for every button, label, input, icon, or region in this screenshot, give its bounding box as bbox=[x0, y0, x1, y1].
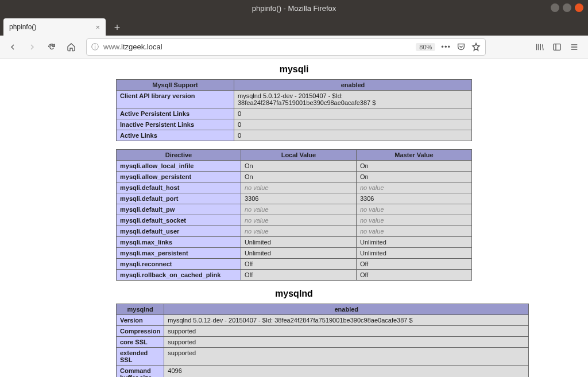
directive-value: supported bbox=[164, 337, 529, 348]
window-controls bbox=[551, 3, 583, 12]
pocket-icon[interactable] bbox=[457, 42, 466, 52]
directive-value: 0 bbox=[234, 130, 472, 141]
url-text: www.itzgeek.local bbox=[103, 42, 416, 51]
table-row: mysqli.default_hostno valueno value bbox=[117, 182, 472, 193]
directive-name: mysqli.default_host bbox=[117, 182, 241, 193]
directive-name: mysqli.default_user bbox=[117, 226, 241, 237]
mysqli-support-table: MysqlI Support enabled Client API librar… bbox=[116, 79, 472, 141]
master-value: On bbox=[356, 172, 471, 182]
table-row: Active Links0 bbox=[117, 130, 472, 141]
directive-name: mysqli.allow_persistent bbox=[117, 172, 241, 182]
directive-value: supported bbox=[164, 348, 529, 366]
directive-name: Inactive Persistent Links bbox=[117, 119, 234, 130]
table-row: Client API library versionmysqlnd 5.0.12… bbox=[117, 91, 472, 108]
table-row: Active Persistent Links0 bbox=[117, 108, 472, 119]
table-row: mysqli.default_userno valueno value bbox=[117, 226, 472, 237]
window-maximize-button[interactable] bbox=[563, 3, 571, 12]
urlbar-actions: ••• bbox=[441, 42, 481, 52]
directive-value: 0 bbox=[234, 108, 472, 119]
sidebar-icon[interactable] bbox=[552, 42, 562, 52]
directive-name: mysqli.default_pw bbox=[117, 204, 241, 215]
table-header: Local Value bbox=[241, 150, 356, 161]
page-actions-icon[interactable]: ••• bbox=[441, 42, 451, 51]
navigation-toolbar: ⓘ www.itzgeek.local 80% ••• bbox=[0, 36, 588, 59]
directive-value: 4096 bbox=[164, 366, 529, 378]
local-value: Off bbox=[241, 259, 356, 270]
directive-name: Command buffer size bbox=[117, 366, 164, 378]
bookmark-star-icon[interactable] bbox=[471, 42, 481, 52]
master-value: Unlimited bbox=[356, 237, 471, 248]
table-header: Master Value bbox=[356, 150, 471, 161]
directive-name: Active Links bbox=[117, 130, 234, 141]
svg-rect-0 bbox=[554, 44, 560, 50]
table-row: Compressionsupported bbox=[117, 326, 529, 337]
directive-name: mysqli.max_links bbox=[117, 237, 241, 248]
directive-value: mysqlnd 5.0.12-dev - 20150407 - $Id: 38f… bbox=[164, 315, 529, 326]
page-content[interactable]: mysqli MysqlI Support enabled Client API… bbox=[0, 59, 588, 377]
browser-tab[interactable]: phpinfo() × bbox=[3, 18, 106, 36]
table-header: MysqlI Support bbox=[117, 80, 234, 91]
table-row: Command buffer size4096 bbox=[117, 366, 529, 378]
mysqlnd-table: mysqlnd enabled Versionmysqlnd 5.0.12-de… bbox=[116, 304, 529, 377]
window-titlebar: phpinfo() - Mozilla Firefox bbox=[0, 0, 588, 16]
toolbar-right-icons bbox=[535, 42, 579, 52]
table-row: mysqli.allow_local_infileOnOn bbox=[117, 161, 472, 172]
new-tab-button[interactable]: + bbox=[109, 20, 125, 36]
master-value: no value bbox=[356, 204, 471, 215]
master-value: Off bbox=[356, 259, 471, 270]
local-value: Off bbox=[241, 270, 356, 281]
site-info-icon[interactable]: ⓘ bbox=[91, 42, 99, 52]
table-header: enabled bbox=[164, 304, 529, 315]
arrow-left-icon bbox=[8, 42, 17, 52]
local-value: 3306 bbox=[241, 193, 356, 204]
local-value: no value bbox=[241, 182, 356, 193]
table-row: mysqli.default_port33063306 bbox=[117, 193, 472, 204]
phpinfo-page: mysqli MysqlI Support enabled Client API… bbox=[116, 64, 472, 377]
local-value: Unlimited bbox=[241, 248, 356, 259]
table-header: enabled bbox=[234, 80, 472, 91]
local-value: On bbox=[241, 161, 356, 172]
section-title-mysqli: mysqli bbox=[116, 64, 472, 75]
table-row: mysqli.allow_persistentOnOn bbox=[117, 172, 472, 182]
directive-name: Client API library version bbox=[117, 91, 234, 108]
window-close-button[interactable] bbox=[575, 3, 583, 12]
directive-name: Compression bbox=[117, 326, 164, 337]
library-icon[interactable] bbox=[535, 42, 544, 52]
local-value: no value bbox=[241, 215, 356, 226]
section-title-mysqlnd: mysqlnd bbox=[116, 289, 472, 299]
window-title: phpinfo() - Mozilla Firefox bbox=[252, 4, 336, 13]
mysqli-directives-table: Directive Local Value Master Value mysql… bbox=[116, 149, 472, 281]
directive-name: Active Persistent Links bbox=[117, 108, 234, 119]
local-value: Unlimited bbox=[241, 237, 356, 248]
master-value: On bbox=[356, 161, 471, 172]
home-button[interactable] bbox=[63, 39, 79, 55]
master-value: no value bbox=[356, 226, 471, 237]
directive-name: mysqli.reconnect bbox=[117, 259, 241, 270]
address-bar[interactable]: ⓘ www.itzgeek.local 80% ••• bbox=[86, 38, 486, 56]
local-value: no value bbox=[241, 226, 356, 237]
table-row: extended SSLsupported bbox=[117, 348, 529, 366]
hamburger-menu-icon[interactable] bbox=[570, 42, 579, 52]
table-row: core SSLsupported bbox=[117, 337, 529, 348]
reload-icon bbox=[47, 42, 56, 52]
window-minimize-button[interactable] bbox=[551, 3, 559, 12]
firefox-window: phpinfo() - Mozilla Firefox phpinfo() × … bbox=[0, 0, 588, 377]
arrow-right-icon bbox=[28, 42, 37, 52]
reload-button[interactable] bbox=[44, 39, 60, 55]
table-row: Inactive Persistent Links0 bbox=[117, 119, 472, 130]
directive-name: mysqli.max_persistent bbox=[117, 248, 241, 259]
directive-name: core SSL bbox=[117, 337, 164, 348]
tab-label: phpinfo() bbox=[9, 23, 36, 31]
directive-name: mysqli.default_port bbox=[117, 193, 241, 204]
master-value: Unlimited bbox=[356, 248, 471, 259]
local-value: no value bbox=[241, 204, 356, 215]
table-row: mysqli.max_linksUnlimitedUnlimited bbox=[117, 237, 472, 248]
tab-close-icon[interactable]: × bbox=[95, 23, 100, 32]
master-value: 3306 bbox=[356, 193, 471, 204]
back-button[interactable] bbox=[5, 39, 21, 55]
table-row: Versionmysqlnd 5.0.12-dev - 20150407 - $… bbox=[117, 315, 529, 326]
table-row: mysqli.rollback_on_cached_plinkOffOff bbox=[117, 270, 472, 281]
zoom-indicator[interactable]: 80% bbox=[416, 43, 435, 51]
forward-button[interactable] bbox=[24, 39, 40, 55]
master-value: Off bbox=[356, 270, 471, 281]
